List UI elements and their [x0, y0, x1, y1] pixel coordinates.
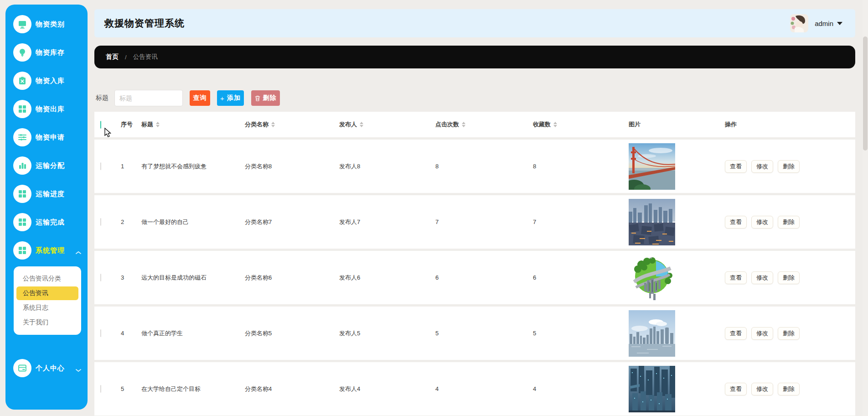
- submenu-item-system-log[interactable]: 系统日志: [16, 301, 78, 315]
- top-header: 救援物资管理系统 admin: [94, 9, 855, 37]
- cell-category: 分类名称4: [245, 385, 339, 393]
- cell-favorites: 7: [533, 218, 629, 225]
- delete-row-button[interactable]: 删除: [778, 160, 800, 173]
- row-checkbox[interactable]: [100, 162, 101, 170]
- submenu-item-announcement-category[interactable]: 公告资讯分类: [16, 272, 78, 286]
- column-header-no: 序号: [121, 120, 141, 129]
- avatar[interactable]: [790, 14, 808, 32]
- grid-icon: [13, 213, 31, 231]
- view-button[interactable]: 查看: [725, 327, 747, 340]
- cell-title: 做一个最好的自己: [141, 218, 245, 226]
- table-row: 1 有了梦想就不会感到疲惫 分类名称8 发布人8 8 8 查看 修改 删除: [94, 140, 855, 193]
- title-search-input[interactable]: [114, 90, 183, 106]
- sort-icon[interactable]: [553, 122, 557, 127]
- delete-row-button[interactable]: 删除: [778, 327, 800, 340]
- column-header-category[interactable]: 分类名称: [245, 120, 339, 129]
- table-row: 4 做个真正的学生 分类名称5 发布人5 5 5 查看 修改 删除: [94, 307, 855, 360]
- column-header-clicks[interactable]: 点击次数: [435, 120, 533, 129]
- cell-publisher: 发布人8: [339, 162, 435, 171]
- column-header-image: 图片: [629, 120, 725, 129]
- sort-icon[interactable]: [156, 122, 160, 127]
- breadcrumb-home-link[interactable]: 首页: [106, 53, 119, 61]
- view-button[interactable]: 查看: [725, 271, 747, 284]
- table-header-row: 序号 标题 分类名称 发布人 点击次数 收藏数 图片 操作: [94, 112, 855, 137]
- chevron-up-icon: [76, 248, 81, 256]
- cell-favorites: 8: [533, 163, 629, 170]
- sidebar-item-material-request[interactable]: 物资申请: [5, 123, 88, 151]
- sidebar-item-transport-allocation[interactable]: 运输分配: [5, 151, 88, 180]
- chevron-down-icon: [76, 366, 81, 374]
- column-header-favorites[interactable]: 收藏数: [533, 120, 629, 129]
- scrollbar-thumb[interactable]: [863, 36, 868, 151]
- add-button[interactable]: +添加: [217, 90, 244, 106]
- submenu-item-about-us[interactable]: 关于我们: [16, 316, 78, 329]
- user-menu[interactable]: admin: [790, 9, 842, 37]
- sort-icon[interactable]: [360, 122, 363, 127]
- delete-button[interactable]: 删除: [251, 90, 280, 106]
- cell-clicks: 7: [435, 218, 533, 225]
- sidebar-item-label: 系统管理: [36, 246, 65, 255]
- row-checkbox[interactable]: [100, 274, 101, 281]
- view-button[interactable]: 查看: [725, 216, 747, 229]
- cell-title: 在大学给自己定个目标: [141, 385, 245, 393]
- sidebar-item-material-inbound[interactable]: 物资入库: [5, 67, 88, 95]
- sort-icon[interactable]: [271, 122, 275, 127]
- sidebar: 物资类别 物资库存 物资入库 物资出库 物资申请: [5, 5, 88, 410]
- sidebar-item-label: 物资库存: [36, 48, 65, 57]
- announcement-image: [629, 199, 725, 245]
- view-button[interactable]: 查看: [725, 383, 747, 395]
- sidebar-item-label: 个人中心: [36, 364, 65, 373]
- sidebar-item-transport-complete[interactable]: 运输完成: [5, 208, 88, 236]
- cell-actions: 查看 修改 删除: [725, 271, 855, 284]
- sidebar-item-label: 运输分配: [36, 161, 65, 170]
- delete-row-button[interactable]: 删除: [778, 216, 800, 229]
- column-header-actions: 操作: [725, 120, 855, 129]
- breadcrumb: 首页 / 公告资讯: [94, 46, 855, 68]
- trash-icon: [255, 95, 260, 101]
- sidebar-item-transport-progress[interactable]: 运输进度: [5, 180, 88, 208]
- sidebar-item-material-category[interactable]: 物资类别: [5, 10, 88, 38]
- monitor-icon: [13, 15, 31, 33]
- delete-row-button[interactable]: 删除: [778, 271, 800, 284]
- cell-publisher: 发布人5: [339, 329, 435, 338]
- row-checkbox[interactable]: [100, 385, 101, 393]
- card-icon: [13, 359, 31, 377]
- cell-favorites: 5: [533, 330, 629, 337]
- delete-row-button[interactable]: 删除: [778, 383, 800, 395]
- plus-icon: +: [220, 94, 225, 102]
- breadcrumb-separator: /: [125, 54, 127, 61]
- system-management-submenu: 公告资讯分类 公告资讯 系统日志 关于我们: [14, 266, 81, 335]
- column-header-publisher[interactable]: 发布人: [339, 120, 435, 129]
- sidebar-item-material-outbound[interactable]: 物资出库: [5, 95, 88, 123]
- edit-button[interactable]: 修改: [751, 383, 773, 395]
- edit-button[interactable]: 修改: [751, 216, 773, 229]
- cell-title: 做个真正的学生: [141, 329, 245, 338]
- main-content: 救援物资管理系统 admin 首页 / 公告资讯 标题 查询 +添加 删除: [94, 0, 855, 416]
- bar-chart-icon: [13, 156, 31, 175]
- select-all-checkbox[interactable]: [100, 121, 101, 129]
- sort-icon[interactable]: [462, 122, 465, 127]
- sidebar-item-system-management[interactable]: 系统管理: [5, 236, 88, 265]
- submenu-item-announcements[interactable]: 公告资讯: [16, 286, 78, 300]
- announcement-image: [629, 366, 725, 412]
- cell-category: 分类名称6: [245, 274, 339, 282]
- row-checkbox[interactable]: [100, 329, 101, 337]
- search-button[interactable]: 查询: [190, 90, 210, 106]
- grid-icon: [13, 100, 31, 118]
- cell-publisher: 发布人7: [339, 218, 435, 226]
- table-row: 2 做一个最好的自己 分类名称7 发布人7 7 7 查看 修改 删除: [94, 195, 855, 249]
- edit-button[interactable]: 修改: [751, 271, 773, 284]
- grid-icon: [13, 185, 31, 203]
- sidebar-item-material-inventory[interactable]: 物资库存: [5, 38, 88, 67]
- sidebar-item-personal-center[interactable]: 个人中心: [5, 354, 88, 382]
- edit-button[interactable]: 修改: [751, 327, 773, 340]
- cell-publisher: 发布人4: [339, 385, 435, 393]
- cell-no: 5: [121, 385, 141, 392]
- vertical-scrollbar[interactable]: [863, 0, 868, 416]
- row-checkbox[interactable]: [100, 218, 101, 226]
- column-header-title[interactable]: 标题: [141, 120, 245, 129]
- view-button[interactable]: 查看: [725, 160, 747, 173]
- edit-button[interactable]: 修改: [751, 160, 773, 173]
- cell-clicks: 4: [435, 385, 533, 392]
- cell-no: 1: [121, 163, 141, 170]
